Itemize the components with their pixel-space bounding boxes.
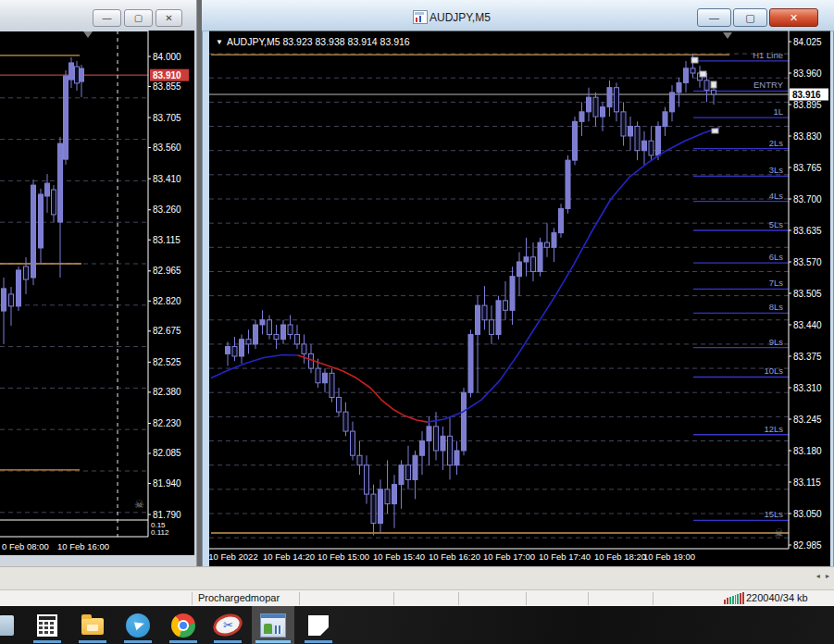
candle[interactable] <box>663 112 667 127</box>
candle[interactable] <box>240 340 244 356</box>
candle[interactable] <box>64 76 68 159</box>
telegram-icon[interactable] <box>118 610 157 640</box>
candle[interactable] <box>476 305 480 334</box>
candle[interactable] <box>677 82 681 92</box>
maximize-button[interactable]: ▢ <box>733 8 767 27</box>
candle[interactable] <box>454 451 459 465</box>
main-chart-canvas[interactable]: H1 LineENTRY1L2Ls3Ls4Ls5Ls6Ls7Ls8Ls9Ls10… <box>209 31 830 566</box>
candle[interactable] <box>587 97 591 112</box>
candle[interactable] <box>593 97 598 117</box>
candle[interactable] <box>80 68 84 81</box>
candle[interactable] <box>566 160 570 208</box>
candle[interactable] <box>254 325 258 344</box>
candle[interactable] <box>482 305 487 320</box>
candle[interactable] <box>615 88 619 112</box>
candle[interactable] <box>226 347 230 354</box>
candle[interactable] <box>524 257 529 262</box>
candle[interactable] <box>379 489 383 524</box>
candle[interactable] <box>31 185 36 278</box>
candle[interactable] <box>579 112 584 121</box>
trade-marker[interactable] <box>700 71 706 77</box>
candle[interactable] <box>441 436 445 451</box>
calculator-icon[interactable] <box>28 610 67 640</box>
candle[interactable] <box>302 344 306 353</box>
candle[interactable] <box>232 347 237 356</box>
tab-scroll-arrows[interactable]: ◂ ▸ <box>816 572 831 580</box>
candle[interactable] <box>288 325 293 334</box>
candle[interactable] <box>468 334 473 392</box>
candle[interactable] <box>427 427 431 441</box>
candle[interactable] <box>274 334 279 339</box>
chrome-icon[interactable] <box>164 610 203 640</box>
candle[interactable] <box>607 88 612 107</box>
candle[interactable] <box>504 301 508 310</box>
candle[interactable] <box>559 208 564 232</box>
candle[interactable] <box>635 127 640 151</box>
candle[interactable] <box>39 194 44 248</box>
candle[interactable] <box>531 257 536 272</box>
candle[interactable] <box>704 80 709 90</box>
candle[interactable] <box>510 277 515 311</box>
candle[interactable] <box>316 368 320 383</box>
candle[interactable] <box>642 141 647 150</box>
trade-marker[interactable] <box>712 129 718 133</box>
candle[interactable] <box>601 107 605 117</box>
candle[interactable] <box>281 325 286 340</box>
candle[interactable] <box>496 301 501 335</box>
candle[interactable] <box>490 320 494 335</box>
metatrader-icon[interactable] <box>254 610 293 640</box>
candle[interactable] <box>420 441 425 456</box>
candle[interactable] <box>392 485 397 504</box>
candle[interactable] <box>462 392 467 451</box>
candle[interactable] <box>649 141 654 155</box>
trade-marker[interactable] <box>711 81 716 88</box>
snipping-tool-icon[interactable]: ✂ <box>208 610 247 640</box>
candle[interactable] <box>517 262 522 277</box>
candle[interactable] <box>413 455 417 479</box>
candle[interactable] <box>448 436 453 464</box>
candle[interactable] <box>684 68 689 83</box>
candle[interactable] <box>573 121 578 160</box>
candle[interactable] <box>357 455 362 464</box>
candle[interactable] <box>2 289 6 311</box>
candle[interactable] <box>268 320 272 335</box>
candle[interactable] <box>351 431 355 455</box>
candle[interactable] <box>691 68 695 73</box>
left-chart-canvas[interactable]: ☠84.00083.85583.70583.56083.41083.26083.… <box>0 31 194 555</box>
candle[interactable] <box>629 127 633 136</box>
left-restore-button[interactable]: ▢ <box>124 9 153 27</box>
candle[interactable] <box>52 190 56 215</box>
candle[interactable] <box>343 412 348 431</box>
candle[interactable] <box>9 294 14 306</box>
candle[interactable] <box>295 334 300 343</box>
left-close-button[interactable]: ✕ <box>156 9 182 27</box>
candle[interactable] <box>385 489 390 504</box>
candle[interactable] <box>712 90 716 94</box>
partial-window-icon[interactable] <box>0 610 26 640</box>
candle[interactable] <box>434 427 439 451</box>
candle[interactable] <box>24 266 29 279</box>
candle[interactable] <box>621 112 626 136</box>
candle[interactable] <box>69 63 74 80</box>
file-explorer-icon[interactable] <box>73 610 112 640</box>
left-minimize-button[interactable]: — <box>93 9 121 27</box>
candle[interactable] <box>323 373 328 382</box>
candle[interactable] <box>337 397 342 412</box>
candle[interactable] <box>58 143 63 222</box>
candle[interactable] <box>538 242 542 271</box>
minimize-button[interactable]: — <box>697 8 731 27</box>
trade-marker[interactable] <box>691 57 698 63</box>
candle[interactable] <box>260 320 265 325</box>
candle[interactable] <box>670 93 675 112</box>
candle[interactable] <box>371 494 376 523</box>
close-button[interactable]: ✕ <box>769 8 818 27</box>
candle[interactable] <box>246 340 251 344</box>
candle[interactable] <box>330 373 334 397</box>
candle[interactable] <box>365 465 369 494</box>
candle[interactable] <box>552 233 556 248</box>
symbol-dropdown-icon[interactable]: ▼ <box>216 38 223 46</box>
candle[interactable] <box>45 183 50 196</box>
candle[interactable] <box>656 127 661 155</box>
candle[interactable] <box>399 465 404 485</box>
candle[interactable] <box>545 242 550 247</box>
